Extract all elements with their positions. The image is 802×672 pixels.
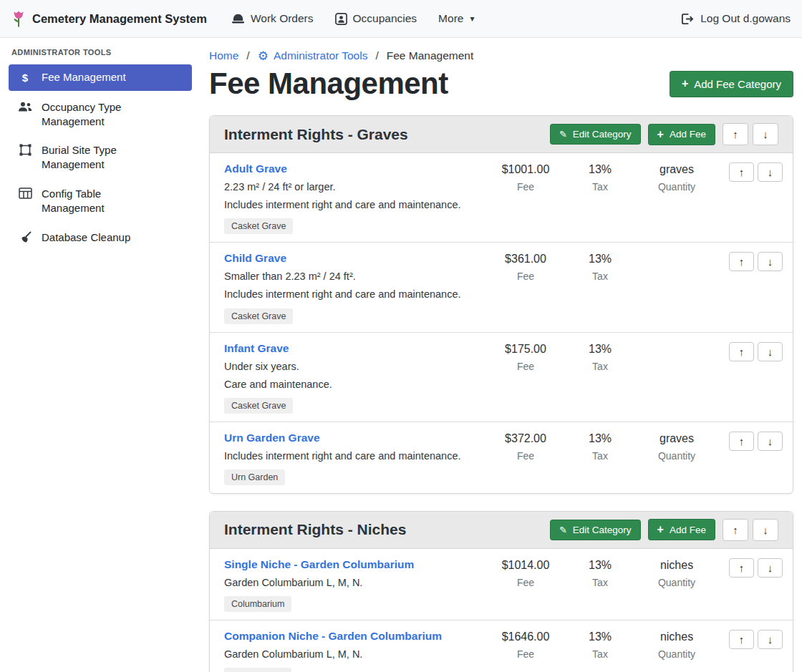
tax-label: Tax bbox=[566, 361, 634, 372]
move-fee-down-button[interactable]: ↓ bbox=[758, 162, 783, 182]
fee-category-card-graves: Interment Rights - Graves ✎ Edit Categor… bbox=[209, 115, 793, 494]
quantity-value: graves bbox=[634, 163, 719, 176]
pencil-icon: ✎ bbox=[559, 130, 567, 139]
fee-name-link[interactable]: Companion Niche - Garden Columbarium bbox=[224, 630, 442, 643]
fee-name-link[interactable]: Child Grave bbox=[224, 252, 286, 265]
sidebar-item-occupancy-type-management[interactable]: Occupancy Type Management bbox=[9, 94, 192, 135]
move-fee-down-button[interactable]: ↓ bbox=[758, 630, 783, 649]
move-fee-up-button[interactable]: ↑ bbox=[729, 558, 754, 578]
fee-name-link[interactable]: Adult Grave bbox=[224, 162, 287, 175]
tax-column: 13% Tax bbox=[566, 432, 634, 462]
nav-more[interactable]: More ▾ bbox=[438, 12, 474, 25]
fee-amount: $361.00 bbox=[485, 253, 566, 266]
quantity-label: Quantity bbox=[634, 181, 719, 193]
move-fee-down-button[interactable]: ↓ bbox=[758, 252, 783, 271]
chevron-down-icon: ▾ bbox=[470, 14, 474, 24]
fee-info: Companion Niche - Garden Columbarium Gar… bbox=[224, 630, 485, 672]
sidebar-item-config-table-management[interactable]: Config Table Management bbox=[9, 181, 192, 221]
tax-column: 13% Tax bbox=[566, 558, 634, 588]
fee-name-link[interactable]: Urn Garden Grave bbox=[224, 432, 320, 444]
move-category-down-button[interactable]: ↓ bbox=[753, 123, 778, 145]
fee-row: Adult Grave 2.23 m² / 24 ft² or larger. … bbox=[210, 153, 793, 243]
quantity-column: niches Quantity bbox=[634, 630, 719, 660]
fee-description: Garden Columbarium L, M, N. bbox=[224, 576, 362, 590]
fee-row: Urn Garden Grave Includes interment righ… bbox=[210, 422, 793, 493]
tulip-logo-icon bbox=[11, 9, 26, 29]
fee-description: Includes interment right and care and ma… bbox=[224, 449, 460, 463]
move-category-down-button[interactable]: ↓ bbox=[753, 519, 778, 541]
fee-label: Fee bbox=[485, 450, 566, 462]
add-fee-label: Add Fee bbox=[670, 525, 706, 535]
nav-work-orders[interactable]: Work Orders bbox=[231, 12, 314, 25]
people-icon bbox=[18, 101, 32, 112]
category-header: Interment Rights - Niches ✎ Edit Categor… bbox=[210, 512, 793, 549]
sidebar-item-database-cleanup[interactable]: Database Cleanup bbox=[9, 225, 192, 250]
fee-tag: Casket Grave bbox=[224, 398, 293, 414]
move-fee-down-button[interactable]: ↓ bbox=[758, 342, 783, 361]
breadcrumb-separator: / bbox=[246, 49, 249, 62]
logout-label: Log Out d.gowans bbox=[700, 12, 791, 25]
fee-name-link[interactable]: Infant Grave bbox=[224, 342, 289, 355]
fee-row: Infant Grave Under six years. Care and m… bbox=[210, 333, 793, 422]
sidebar-heading: ADMINISTRATOR TOOLS bbox=[11, 48, 189, 57]
breadcrumb-home[interactable]: Home bbox=[209, 49, 238, 62]
fee-info: Urn Garden Grave Includes interment righ… bbox=[224, 432, 485, 485]
page-header: Fee Management + Add Fee Category bbox=[209, 67, 793, 101]
app-title: Cemetery Management System bbox=[32, 12, 207, 26]
tax-value: 13% bbox=[566, 432, 634, 445]
move-fee-up-button[interactable]: ↑ bbox=[729, 630, 754, 649]
tax-column: 13% Tax bbox=[566, 252, 634, 282]
quantity-column bbox=[634, 342, 719, 343]
tax-value: 13% bbox=[566, 163, 634, 176]
page-title: Fee Management bbox=[209, 67, 448, 101]
fee-move-buttons: ↑ ↓ bbox=[729, 630, 783, 649]
move-fee-up-button[interactable]: ↑ bbox=[729, 162, 754, 182]
move-fee-down-button[interactable]: ↓ bbox=[758, 432, 783, 451]
sidebar-item-fee-management[interactable]: $ Fee Management bbox=[9, 64, 192, 91]
fee-name-link[interactable]: Single Niche - Garden Columbarium bbox=[224, 558, 414, 571]
breadcrumb-separator: / bbox=[375, 49, 378, 62]
fee-info: Child Grave Smaller than 2.23 m² / 24 ft… bbox=[224, 252, 485, 323]
logout-link[interactable]: Log Out d.gowans bbox=[680, 12, 791, 25]
sidebar-item-label: Burial Site Type Management bbox=[42, 143, 163, 172]
tax-value: 13% bbox=[566, 630, 634, 643]
fee-amount-column: $361.00 Fee bbox=[485, 252, 566, 282]
edit-category-button[interactable]: ✎ Edit Category bbox=[550, 124, 641, 145]
tax-column: 13% Tax bbox=[566, 342, 634, 372]
move-fee-up-button[interactable]: ↑ bbox=[729, 432, 754, 451]
fee-label: Fee bbox=[485, 271, 566, 282]
sidebar-item-label: Database Cleanup bbox=[42, 230, 130, 245]
fee-tag: Casket Grave bbox=[224, 218, 293, 234]
fee-amount: $1014.00 bbox=[485, 559, 566, 572]
add-fee-category-label: Add Fee Category bbox=[694, 78, 781, 90]
fee-move-buttons: ↑ ↓ bbox=[729, 162, 783, 182]
add-fee-button[interactable]: + Add Fee bbox=[648, 519, 715, 540]
category-actions: ✎ Edit Category + Add Fee ↑ ↓ bbox=[550, 123, 778, 145]
edit-category-label: Edit Category bbox=[573, 129, 632, 140]
fee-row: Single Niche - Garden Columbarium Garden… bbox=[210, 549, 793, 620]
quantity-label: Quantity bbox=[634, 577, 719, 588]
hard-hat-icon bbox=[231, 13, 245, 25]
move-category-up-button[interactable]: ↑ bbox=[723, 519, 748, 541]
edit-category-label: Edit Category bbox=[573, 525, 632, 535]
nav-occupancies[interactable]: Occupancies bbox=[335, 12, 417, 25]
fee-description: Care and maintenance. bbox=[224, 378, 332, 391]
fee-info: Single Niche - Garden Columbarium Garden… bbox=[224, 558, 485, 612]
quantity-label: Quantity bbox=[634, 648, 719, 660]
sidebar-item-burial-site-type-management[interactable]: Burial Site Type Management bbox=[9, 137, 192, 177]
edit-category-button[interactable]: ✎ Edit Category bbox=[550, 520, 641, 540]
move-fee-down-button[interactable]: ↓ bbox=[758, 558, 783, 578]
fee-amount: $372.00 bbox=[485, 432, 566, 445]
add-fee-button[interactable]: + Add Fee bbox=[648, 124, 715, 145]
add-fee-category-button[interactable]: + Add Fee Category bbox=[670, 71, 793, 97]
move-fee-up-button[interactable]: ↑ bbox=[729, 252, 754, 271]
person-frame-icon bbox=[335, 13, 347, 25]
fee-description: Under six years. bbox=[224, 360, 299, 374]
move-fee-up-button[interactable]: ↑ bbox=[729, 342, 754, 361]
app-brand[interactable]: Cemetery Management System bbox=[11, 9, 207, 29]
breadcrumb-admin-tools[interactable]: ⚙ Administrator Tools bbox=[258, 49, 368, 62]
nav-occupancies-label: Occupancies bbox=[353, 12, 417, 25]
fee-label: Fee bbox=[485, 361, 566, 372]
plus-icon: + bbox=[657, 129, 664, 140]
move-category-up-button[interactable]: ↑ bbox=[723, 123, 748, 145]
